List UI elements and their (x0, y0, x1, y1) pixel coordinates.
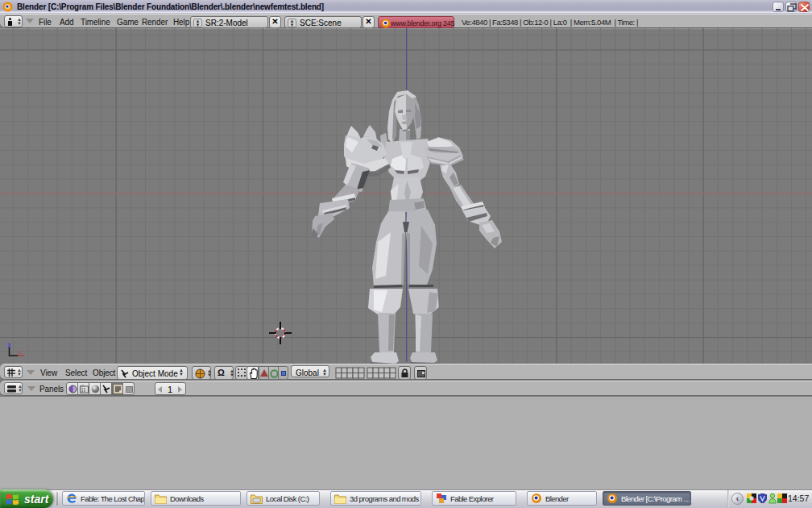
svg-text:z: z (7, 341, 11, 349)
svg-text:x: x (18, 348, 22, 356)
